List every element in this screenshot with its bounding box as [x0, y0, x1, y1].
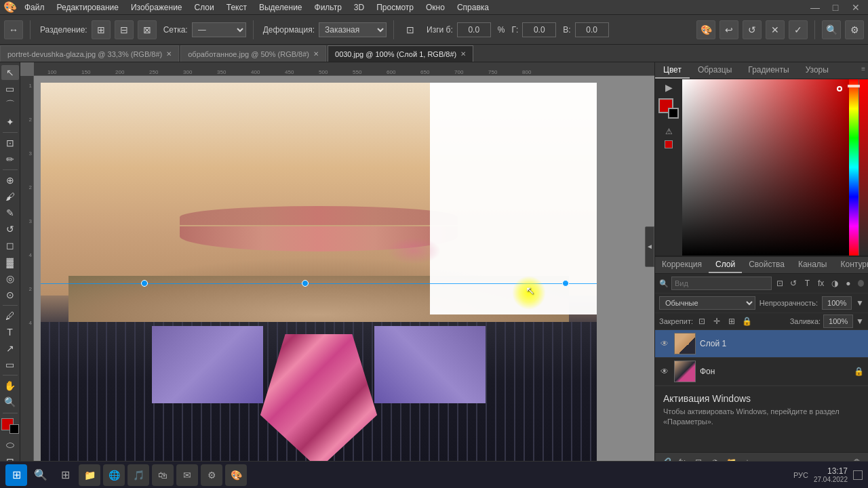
- grid-btn-2[interactable]: ⊟: [115, 20, 134, 39]
- color-sample-button[interactable]: ▶: [665, 82, 673, 93]
- tool-blur[interactable]: ◎: [1, 271, 19, 286]
- taskbar-store[interactable]: 🛍: [152, 464, 174, 486]
- opacity-dropdown[interactable]: ▼: [856, 298, 864, 308]
- r-input[interactable]: [522, 22, 556, 37]
- blend-mode-select[interactable]: Обычные: [659, 296, 755, 310]
- taskbar-ps[interactable]: 🎨: [225, 464, 247, 486]
- taskbar-media[interactable]: 🎵: [127, 464, 149, 486]
- tool-history-brush[interactable]: ↺: [1, 222, 19, 237]
- tab-color[interactable]: Цвет: [655, 62, 690, 79]
- tool-magic-wand[interactable]: ✦: [1, 114, 19, 129]
- color-panel-menu[interactable]: ≡: [859, 62, 868, 79]
- search-button[interactable]: 🔍: [822, 20, 841, 39]
- v-input[interactable]: [575, 22, 609, 37]
- taskbar-files[interactable]: 📁: [79, 464, 100, 486]
- menu-layers[interactable]: Слои: [189, 1, 220, 14]
- undo-button[interactable]: ↩: [719, 20, 738, 39]
- color-gradient-main[interactable]: [682, 79, 849, 256]
- start-button[interactable]: ⊞: [5, 464, 27, 486]
- menu-3d[interactable]: 3D: [349, 1, 370, 14]
- menu-edit[interactable]: Редактирование: [52, 1, 124, 14]
- color-alpha-bar[interactable]: [859, 79, 868, 256]
- lock-all-btn[interactable]: 🔒: [741, 315, 753, 327]
- tab-1[interactable]: обработанное.jpg @ 50% (RGB/8#) ✕: [180, 45, 326, 62]
- taskview-button[interactable]: ⊞: [54, 464, 76, 486]
- menu-file[interactable]: Файл: [19, 1, 50, 14]
- layer-fx-filter[interactable]: fx: [816, 277, 827, 289]
- foreground-color[interactable]: [1, 418, 19, 433]
- tab-properties[interactable]: Свойства: [742, 257, 791, 273]
- maximize-button[interactable]: □: [826, 0, 845, 17]
- menu-filter[interactable]: Фильтр: [309, 1, 347, 14]
- tab-2-close[interactable]: ✕: [460, 50, 466, 58]
- deformacia-select[interactable]: Заказная: [319, 22, 387, 37]
- tab-correction[interactable]: Коррекция: [655, 257, 709, 273]
- menu-image[interactable]: Изображение: [125, 1, 188, 14]
- layer-item-1[interactable]: 👁 Фон 🔒: [655, 358, 868, 386]
- fill-input[interactable]: [823, 314, 853, 328]
- tool-edit-quick-mask[interactable]: ⬭: [1, 438, 19, 453]
- fill-dropdown[interactable]: ▼: [856, 317, 864, 326]
- tab-2[interactable]: 0030.jpg @ 100% (Слой 1, RGB/8#) ✕: [328, 45, 473, 62]
- move-tool-button[interactable]: ↔: [4, 20, 23, 39]
- confirm-transform-button[interactable]: ✓: [789, 20, 808, 39]
- grid-btn-3[interactable]: ⊠: [138, 20, 157, 39]
- tab-0-close[interactable]: ✕: [166, 50, 172, 58]
- tab-layers[interactable]: Слой: [709, 257, 742, 273]
- tab-patterns[interactable]: Узоры: [797, 62, 837, 79]
- layer-kind-filter[interactable]: ⊡: [774, 277, 785, 289]
- redo-button[interactable]: ↺: [743, 20, 762, 39]
- tool-zoom[interactable]: 🔍: [1, 394, 19, 409]
- tab-swatches[interactable]: Образцы: [690, 62, 740, 79]
- tool-select-rect[interactable]: ▭: [1, 81, 19, 96]
- layer-0-visibility[interactable]: 👁: [659, 338, 670, 349]
- layer-refresh[interactable]: ↺: [788, 277, 799, 289]
- options-button[interactable]: ⚙: [845, 20, 864, 39]
- tool-brush[interactable]: 🖌: [1, 189, 19, 204]
- lock-pixels-btn[interactable]: ⊡: [696, 315, 708, 327]
- cancel-transform-button[interactable]: ✕: [766, 20, 785, 39]
- tab-paths[interactable]: Контуры: [834, 257, 869, 273]
- fg-bg-colors[interactable]: [658, 98, 679, 119]
- tool-pen[interactable]: 🖊: [1, 308, 19, 323]
- tool-shape[interactable]: ▭: [1, 357, 19, 372]
- layer-item-0[interactable]: 👁 Слой 1: [655, 330, 868, 358]
- tool-clone[interactable]: ✎: [1, 205, 19, 220]
- menu-text[interactable]: Текст: [221, 1, 252, 14]
- menu-window[interactable]: Окно: [420, 1, 450, 14]
- search-taskbar-button[interactable]: 🔍: [30, 464, 52, 486]
- igibi-input[interactable]: [457, 22, 491, 37]
- lock-move-btn[interactable]: ✛: [711, 315, 723, 327]
- tool-path-select[interactable]: ↗: [1, 341, 19, 356]
- tool-crop[interactable]: ⊡: [1, 135, 19, 150]
- tool-text[interactable]: T: [1, 325, 19, 340]
- tab-gradients[interactable]: Градиенты: [740, 62, 797, 79]
- menu-help[interactable]: Справка: [452, 1, 494, 14]
- layer-adjust-filter[interactable]: ◑: [829, 277, 840, 289]
- grid-btn-1[interactable]: ⊞: [92, 20, 111, 39]
- tab-0[interactable]: portret-devushka-glaza.jpg @ 33,3% (RGB/…: [0, 45, 179, 62]
- minimize-button[interactable]: —: [806, 0, 825, 17]
- tool-dodge[interactable]: ⊙: [1, 287, 19, 302]
- tool-gradient[interactable]: ▓: [1, 254, 19, 269]
- close-button[interactable]: ✕: [846, 0, 865, 17]
- canvas-content[interactable]: ↖: [34, 76, 654, 472]
- lock-artboard-btn[interactable]: ⊞: [726, 315, 738, 327]
- tool-heal[interactable]: ⊕: [1, 173, 19, 188]
- opacity-input[interactable]: [822, 296, 852, 310]
- layer-1-visibility[interactable]: 👁: [659, 366, 670, 377]
- tool-lasso[interactable]: ⌒: [1, 98, 19, 113]
- tool-arrow[interactable]: ↖: [1, 65, 19, 80]
- panel-collapse-button[interactable]: ◄: [645, 226, 654, 267]
- taskbar-settings[interactable]: ⚙: [201, 464, 222, 486]
- tool-eraser[interactable]: ◻: [1, 238, 19, 253]
- taskbar-edge[interactable]: 🌐: [103, 464, 125, 486]
- layer-text-filter[interactable]: T: [802, 277, 812, 289]
- tab-1-close[interactable]: ✕: [313, 50, 319, 58]
- tool-eyedropper[interactable]: ✏: [1, 152, 19, 167]
- layer-toggle-filter[interactable]: ●: [843, 277, 854, 289]
- layers-search-input[interactable]: [671, 277, 772, 290]
- taskbar-mail[interactable]: ✉: [176, 464, 198, 486]
- show-desktop-button[interactable]: [853, 470, 863, 480]
- warp-handle-left[interactable]: [141, 280, 148, 287]
